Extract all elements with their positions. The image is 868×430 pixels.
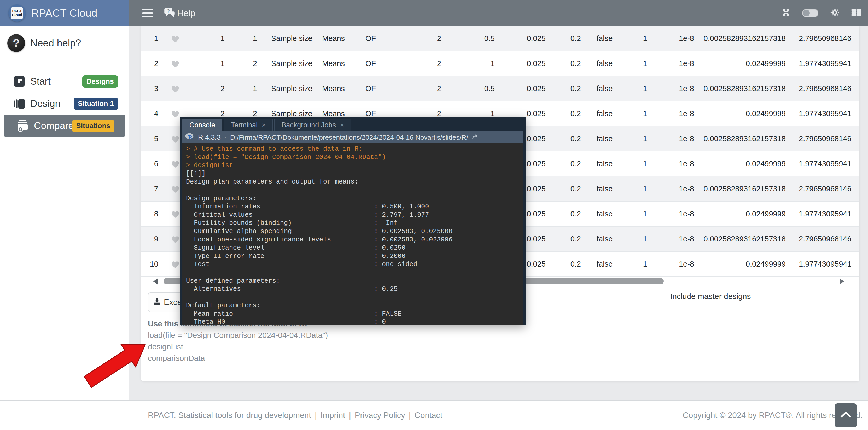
chevron-up-icon <box>840 411 851 419</box>
app-title: RPACT Cloud <box>31 7 97 19</box>
table-cell: 7 <box>141 176 161 201</box>
table-cell: 0.2 <box>547 101 583 126</box>
table-cell: 1 <box>626 101 650 126</box>
console-line: Futility bounds (binding) : -Inf <box>186 219 524 227</box>
sidebar-item-label: Compare <box>34 120 74 131</box>
hamburger-menu-icon[interactable] <box>142 9 153 18</box>
scroll-to-top-button[interactable] <box>835 403 857 427</box>
sidebar-item-design[interactable]: Design Situation 1 <box>0 95 129 113</box>
grid-table-icon[interactable] <box>851 9 862 18</box>
table-cell: 0.002582893162157318 <box>696 126 788 151</box>
table-cell: 1.97743095941 <box>788 202 859 226</box>
favorite-heart-icon[interactable] <box>161 26 190 51</box>
footer-separator: | <box>349 411 351 420</box>
table-cell: 1 <box>228 76 261 101</box>
help-button[interactable]: ? Help <box>164 7 195 19</box>
console-tab-terminal[interactable]: Terminal× <box>224 119 273 131</box>
design-icon <box>13 98 25 109</box>
table-cell: 1e-8 <box>650 126 696 151</box>
table-cell: false <box>583 176 626 201</box>
help-bubbles-icon: ? <box>164 7 175 19</box>
table-cell: 0.025 <box>496 51 547 76</box>
goto-directory-arrow-icon[interactable] <box>472 133 478 141</box>
privacy-policy-link[interactable]: Privacy Policy <box>355 411 405 420</box>
need-help-label: Need help? <box>30 38 81 49</box>
console-tabs: ConsoleTerminal×Background Jobs× <box>182 119 524 131</box>
table-cell: 4 <box>141 101 161 126</box>
table-row: 111Sample sizeMeansOF20.50.0250.2false11… <box>141 26 859 51</box>
table-cell: 1 <box>626 152 650 176</box>
imprint-link[interactable]: Imprint <box>320 411 345 420</box>
close-icon[interactable]: × <box>340 121 344 129</box>
sidebar-header: PACTCloud RPACT Cloud <box>0 0 129 26</box>
command-line-load: load(file = "Design Comparison 2024-04-0… <box>148 329 328 341</box>
table-cell: 0.2 <box>547 76 583 101</box>
console-line: Local one-sided significance levels : 0.… <box>186 236 524 244</box>
console-line: > load(file = "Design Comparison 2024-04… <box>186 153 524 162</box>
tab-label: Terminal <box>231 121 257 129</box>
command-line-comparisondata: comparisonData <box>148 353 328 364</box>
table-cell: false <box>583 76 626 101</box>
table-cell: 0.02499999 <box>696 202 788 226</box>
favorite-heart-icon[interactable] <box>161 51 190 76</box>
console-tab-background-jobs[interactable]: Background Jobs× <box>274 119 351 131</box>
console-line: Design parameters: <box>186 195 524 203</box>
footer-left: RPACT. Statistical tools for drug develo… <box>148 401 442 430</box>
table-cell: 0.002582893162157318 <box>696 176 788 201</box>
sidebar-item-compare[interactable]: Compare Situations <box>4 114 125 137</box>
table-cell: 1 <box>626 176 650 201</box>
close-icon[interactable]: × <box>262 121 266 129</box>
favorite-heart-icon[interactable] <box>161 76 190 101</box>
table-cell: 2 <box>395 76 443 101</box>
console-line: Test : one-sided <box>186 260 524 269</box>
table-cell: 1 <box>190 26 228 51</box>
table-cell: 1e-8 <box>650 76 696 101</box>
table-cell: 1 <box>626 76 650 101</box>
console-tab-console[interactable]: Console <box>182 119 222 131</box>
table-cell: 1e-8 <box>650 252 696 276</box>
sidebar-item-start[interactable]: Start Designs <box>0 72 129 91</box>
table-cell: 1.97743095941 <box>788 101 859 126</box>
table-cell: 0.02499999 <box>696 51 788 76</box>
console-line: User defined parameters: <box>186 277 524 285</box>
table-cell: 10 <box>141 252 161 276</box>
r-command-block: Use this command to access the data in R… <box>148 318 328 364</box>
table-cell: 0.002582893162157318 <box>696 76 788 101</box>
include-master-designs-label[interactable]: Include master designs <box>670 292 751 301</box>
table-cell: OF <box>356 76 395 101</box>
table-cell: 2 <box>141 51 161 76</box>
fullscreen-expand-icon[interactable] <box>781 8 791 18</box>
table-cell: 0.02499999 <box>696 152 788 176</box>
table-cell: 2.79650968146 <box>788 176 859 201</box>
theme-toggle-switch[interactable] <box>802 9 818 17</box>
table-cell: 1e-8 <box>650 101 696 126</box>
scroll-right-arrow[interactable] <box>839 278 845 286</box>
table-cell: 0.2 <box>547 252 583 276</box>
settings-gear-icon[interactable] <box>830 7 840 19</box>
path-separator: · <box>224 134 226 141</box>
table-cell: 9 <box>141 227 161 251</box>
console-path-bar: R R 4.3.3 · D:/Firma/RPACT/Dokumente/pre… <box>182 131 524 143</box>
r-version: R 4.3.3 <box>198 133 221 141</box>
sidebar-divider <box>3 63 126 63</box>
situations-badge: Situations <box>72 120 115 132</box>
table-cell: 5 <box>141 126 161 151</box>
sidebar-item-label: Design <box>30 98 60 109</box>
svg-text:?: ? <box>167 8 169 14</box>
table-cell: 2 <box>190 76 228 101</box>
contact-link[interactable]: Contact <box>414 411 442 420</box>
download-icon <box>153 297 161 307</box>
table-cell: OF <box>356 51 395 76</box>
need-help-item[interactable]: ? Need help? <box>0 34 129 52</box>
table-cell: false <box>583 26 626 51</box>
table-cell: false <box>583 101 626 126</box>
table-cell: false <box>583 126 626 151</box>
console-line <box>186 269 524 277</box>
table-cell: Means <box>317 76 356 101</box>
table-cell: 2 <box>228 51 261 76</box>
scroll-left-arrow[interactable] <box>152 278 158 286</box>
console-line: > designList <box>186 161 524 170</box>
table-cell: 0.2 <box>547 202 583 226</box>
table-cell: 0.2 <box>547 26 583 51</box>
table-cell: 1 <box>626 126 650 151</box>
